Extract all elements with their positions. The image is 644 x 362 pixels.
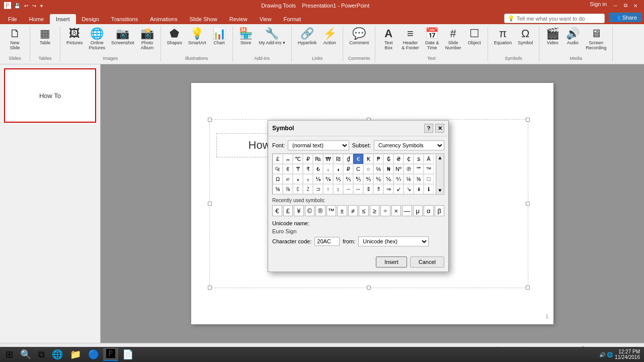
recent-symbol-2[interactable]: ¥	[294, 205, 304, 216]
taskbar-search[interactable]: 🔍	[17, 348, 34, 361]
subset-select[interactable]: Currency Symbols	[374, 140, 444, 150]
symbol-cell-62[interactable]: ↡	[414, 184, 424, 194]
table-button[interactable]: ▦ Table	[36, 27, 54, 46]
dialog-help-button[interactable]: ?	[424, 124, 433, 133]
date-time-button[interactable]: 📅 Date &Time	[423, 27, 441, 51]
dialog-close-button[interactable]: ✕	[435, 124, 444, 133]
recent-symbol-15[interactable]: β	[435, 205, 445, 216]
new-slide-button[interactable]: 🗋 NewSlide	[6, 27, 24, 51]
share-button[interactable]: 👥 Share	[609, 13, 642, 22]
font-select[interactable]: (normal text)	[288, 140, 349, 150]
tab-file[interactable]: File	[2, 14, 23, 24]
cancel-button[interactable]: Cancel	[410, 256, 444, 267]
char-code-input[interactable]	[314, 237, 340, 246]
recent-symbol-5[interactable]: ™	[327, 205, 337, 216]
symbol-cell-14[interactable]: ₷	[414, 154, 424, 164]
symbol-cell-45[interactable]: ⅛	[404, 174, 414, 184]
symbol-cell-6[interactable]: ₪	[333, 154, 343, 164]
symbol-cell-40[interactable]: ⅗	[353, 174, 363, 184]
taskbar-chrome[interactable]: 🔵	[85, 348, 102, 361]
symbol-cell-32[interactable]: Ω	[273, 174, 283, 184]
symbol-cell-25[interactable]: ○	[363, 164, 373, 174]
taskbar-clock[interactable]: 12:27 PM 11/24/2016	[615, 349, 640, 360]
symbol-cell-19[interactable]: ₹	[303, 164, 313, 174]
tab-insert[interactable]: Insert	[50, 14, 76, 24]
symbol-cell-47[interactable]: □	[424, 174, 434, 184]
symbol-cell-28[interactable]: Nº	[393, 164, 404, 174]
symbol-cell-41[interactable]: ⅘	[363, 174, 373, 184]
symbol-cell-1[interactable]: ₘ	[283, 154, 293, 164]
symbol-cell-42[interactable]: ⅙	[373, 174, 383, 184]
screen-recording-button[interactable]: 🖥 ScreenRecording	[584, 27, 608, 51]
taskbar-task-view[interactable]: ⧉	[35, 348, 48, 361]
quick-access-save[interactable]: 💾	[13, 3, 21, 9]
scroll-down-arrow[interactable]: ▼	[437, 187, 444, 194]
symbol-cell-37[interactable]: ⅔	[323, 174, 333, 184]
symbol-cell-16[interactable]: ₠	[273, 164, 283, 174]
audio-button[interactable]: 🔊 Audio	[564, 27, 582, 46]
recent-symbol-3[interactable]: ©	[305, 205, 315, 216]
tab-review[interactable]: Review	[223, 14, 254, 24]
video-button[interactable]: 🎬 Video	[543, 27, 561, 46]
symbol-cell-30[interactable]: ℠	[414, 164, 424, 174]
symbol-cell-11[interactable]: ₲	[383, 154, 393, 164]
taskbar-folder[interactable]: 📁	[67, 348, 84, 361]
scroll-up-arrow[interactable]: ▲	[437, 154, 444, 161]
recent-symbol-10[interactable]: ÷	[380, 205, 390, 216]
symbol-cell-54[interactable]: ↕	[333, 184, 343, 194]
recent-symbol-9[interactable]: ≥	[370, 205, 380, 216]
close-button[interactable]: ✕	[631, 1, 640, 10]
symbol-cell-49[interactable]: ⅞	[283, 184, 293, 194]
taskbar-acrobat[interactable]: 📄	[119, 348, 136, 361]
handle-bottom-right[interactable]	[526, 286, 530, 290]
symbol-cell-51[interactable]: ↊	[303, 184, 313, 194]
symbol-cell-23[interactable]: ₽	[343, 164, 353, 174]
tab-transitions[interactable]: Transitions	[105, 14, 144, 24]
handle-top-right[interactable]	[526, 118, 530, 122]
symbol-cell-56[interactable]: ↔	[353, 184, 363, 194]
symbol-cell-39[interactable]: ⅖	[343, 174, 353, 184]
symbol-cell-24[interactable]: C	[353, 164, 363, 174]
grid-scrollbar[interactable]: ▲ ▼	[436, 154, 444, 194]
tell-me-bar[interactable]: 💡 Tell me what you want to do	[504, 14, 605, 23]
store-button[interactable]: 🏪 Store	[237, 27, 255, 46]
action-button[interactable]: ⚡ Action	[320, 27, 339, 46]
taskbar-edge[interactable]: 🌐	[49, 348, 66, 361]
symbol-cell-58[interactable]: ⇑	[373, 184, 383, 194]
textbox-button[interactable]: A TextBox	[379, 27, 397, 51]
symbol-cell-13[interactable]: ₵	[404, 154, 414, 164]
pictures-button[interactable]: 🖼 Pictures	[64, 27, 85, 46]
quick-access-redo[interactable]: ↪	[31, 3, 37, 9]
symbol-cell-12[interactable]: ₴	[393, 154, 404, 164]
recent-symbol-6[interactable]: ±	[337, 205, 347, 216]
symbol-cell-52[interactable]: ⊃	[313, 184, 323, 194]
symbol-cell-3[interactable]: ₽	[303, 154, 313, 164]
symbol-cell-5[interactable]: ₩	[323, 154, 333, 164]
recent-symbol-7[interactable]: ≠	[348, 205, 358, 216]
symbol-cell-53[interactable]: ↑	[323, 184, 333, 194]
quick-access-customize[interactable]: ▾	[39, 3, 44, 9]
recent-symbol-12[interactable]: —	[402, 205, 412, 216]
quick-access-undo[interactable]: ↩	[23, 3, 29, 9]
tab-animations[interactable]: Animations	[144, 14, 183, 24]
symbol-cell-55[interactable]: →	[343, 184, 353, 194]
photo-album-button[interactable]: 📸 PhotoAlbum	[138, 27, 156, 51]
online-pictures-button[interactable]: 🌐 OnlinePictures	[87, 27, 108, 51]
smartart-button[interactable]: 💡 SmartArt	[186, 27, 208, 46]
symbol-cell-33[interactable]: ℮	[283, 174, 293, 184]
recent-symbol-0[interactable]: €	[272, 205, 282, 216]
symbol-cell-4[interactable]: ₨	[313, 154, 323, 164]
symbol-cell-31[interactable]: ™	[424, 164, 434, 174]
symbol-cell-8[interactable]: €	[353, 154, 363, 164]
symbol-cell-60[interactable]: ↙	[393, 184, 404, 194]
symbol-cell-48[interactable]: ⅝	[273, 184, 283, 194]
symbol-cell-44[interactable]: ⅐	[393, 174, 404, 184]
restore-button[interactable]: ⧉	[621, 1, 630, 10]
recent-symbol-11[interactable]: ×	[391, 205, 401, 216]
hyperlink-button[interactable]: 🔗 Hyperlink	[296, 27, 319, 46]
symbol-cell-0[interactable]: £	[273, 154, 283, 164]
header-footer-button[interactable]: ≡ Header& Footer	[399, 27, 421, 51]
symbol-cell-50[interactable]: ↋	[293, 184, 303, 194]
handle-middle-left[interactable]	[208, 202, 212, 206]
tab-design[interactable]: Design	[76, 14, 105, 24]
